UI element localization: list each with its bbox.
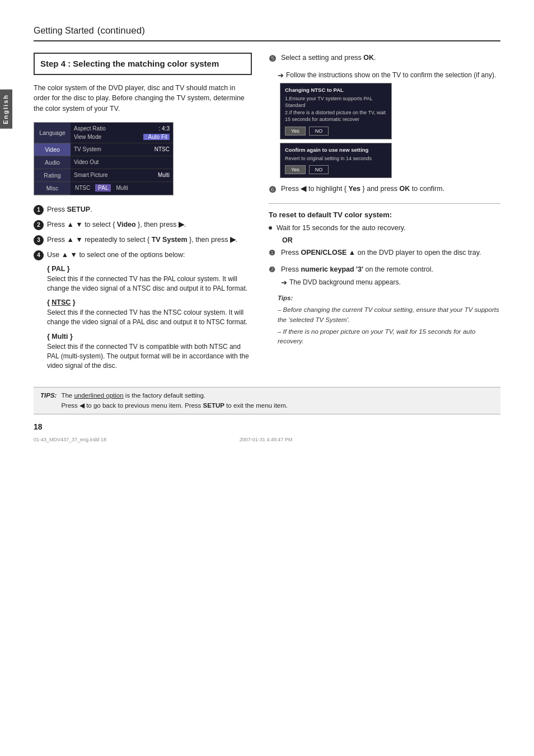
dialog2-yes-button[interactable]: Yes: [285, 165, 306, 174]
or-divider: OR: [282, 236, 500, 244]
menu-item-audio: Audio: [34, 156, 71, 169]
tips-box: TIPS: The underlined option is the facto…: [34, 387, 500, 414]
dialog1-yes-button[interactable]: Yes: [285, 127, 306, 136]
option-ntsc: { NTSC } Select this if the connected TV…: [47, 298, 252, 327]
reset-bullet-1: Wait for 15 seconds for the auto recover…: [269, 223, 500, 234]
menu-item-misc: Misc: [34, 182, 71, 195]
step5-sub: ➔ Follow the instructions show on the TV…: [278, 71, 500, 80]
page-number: 18: [34, 422, 500, 431]
dialog-ntsc-to-pal: Changing NTSC to PAL 1.Ensure your TV sy…: [280, 83, 392, 139]
left-column: Step 4 : Selecting the matching color sy…: [34, 53, 252, 376]
tips-italic-block: Tips: – Before changing the current TV c…: [278, 293, 500, 346]
reset-step2-sub: ➔ The DVD background menu appears.: [281, 277, 433, 288]
page-title: Getting Started (continued): [34, 22, 500, 37]
right-step-5: ❺ Select a setting and press OK.: [269, 53, 500, 66]
intro-text: The color system of the DVD player, disc…: [34, 83, 252, 114]
step-title: Step 4 : Selecting the matching color sy…: [34, 53, 252, 75]
step-2: 2 Press ▲ ▼ to select { Video }, then pr…: [34, 220, 252, 230]
step-3: 3 Press ▲ ▼ repeatedly to select { TV Sy…: [34, 235, 252, 245]
option-pal: { PAL } Select this if the connected TV …: [47, 265, 252, 293]
option-multi: { Multi } Select this if the connected T…: [47, 333, 252, 370]
page-header: Getting Started (continued): [34, 22, 500, 41]
menu-screenshot: Language Aspect Ratio : 4:3 View Mode : …: [34, 122, 174, 195]
step-4: 4 Use ▲ ▼ to select one of the options b…: [34, 250, 252, 260]
reset-title: To reset to default TV color system:: [269, 211, 500, 219]
menu-item-language: Language: [34, 123, 71, 143]
menu-item-video: Video: [34, 143, 71, 156]
step-1: 1 Press SETUP.: [34, 204, 252, 215]
reset-step-1: ❶ Press OPEN/CLOSE ▲ on the DVD player t…: [269, 248, 500, 259]
menu-item-rating: Rating: [34, 169, 71, 182]
right-step-6: ❻ Press ◀ to highlight { Yes } and press…: [269, 184, 500, 197]
footer-text: 01-43_MDV437_37_eng.indd 18 2007-01-31 4…: [34, 437, 500, 442]
dialog2-no-button[interactable]: NO: [309, 165, 329, 174]
reset-step-2: ❷ Press numeric keypad '3' on the remote…: [269, 264, 500, 288]
dialog1-no-button[interactable]: NO: [309, 127, 329, 136]
english-tab: English: [0, 90, 12, 129]
steps-list: 1 Press SETUP. 2 Press ▲ ▼ to select { V…: [34, 204, 252, 260]
dialog-confirm: Confirm again to use new setting Revert …: [280, 143, 392, 179]
right-column: ❺ Select a setting and press OK. ➔ Follo…: [269, 53, 500, 376]
